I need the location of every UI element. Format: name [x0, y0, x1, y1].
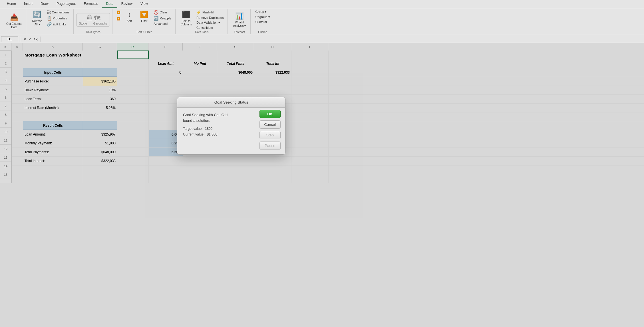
dialog-content: Goal Seeking with Cell C11 found a solut… — [177, 108, 255, 154]
dialog-pause-button[interactable]: Pause — [259, 142, 281, 150]
dialog-buttons: OK Cancel Step Pause — [255, 108, 285, 154]
dialog-ok-button[interactable]: OK — [259, 110, 281, 118]
dialog-cancel-button[interactable]: Cancel — [259, 120, 281, 129]
dialog-current-label: Current value: — [183, 132, 204, 136]
dialog-message-line1: Goal Seeking with Cell C11 — [183, 113, 228, 117]
dialog-overlay: Goal Seeking Status Goal Seeking with Ce… — [0, 0, 644, 183]
dialog-message: Goal Seeking with Cell C11 found a solut… — [183, 112, 249, 123]
dialog-target-row: Target value: 1800 — [183, 127, 249, 131]
dialog-current-row: Current value: $1,800 — [183, 132, 249, 136]
dialog-message-line2: found a solution. — [183, 118, 210, 123]
goal-seeking-dialog: Goal Seeking Status Goal Seeking with Ce… — [177, 97, 285, 155]
dialog-current-value: $1,800 — [207, 132, 217, 136]
dialog-target-value: 1800 — [205, 127, 213, 131]
dialog-title: Goal Seeking Status — [177, 97, 285, 108]
dialog-target-label: Target value: — [183, 127, 203, 131]
dialog-step-button[interactable]: Step — [259, 131, 281, 139]
